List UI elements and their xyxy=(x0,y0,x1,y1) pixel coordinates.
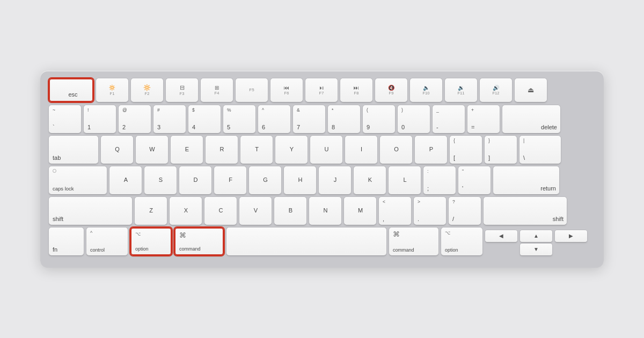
number-row: ~ ` ! 1 @ 2 # 3 $ 4 % 5 ^ 6 & 7 xyxy=(49,105,595,133)
key-f2[interactable]: 🔆 F2 xyxy=(131,78,163,102)
zxcv-row: shift Z X C V B N M < , > . xyxy=(49,197,595,225)
key-0[interactable]: ) 0 xyxy=(398,105,430,133)
key-v[interactable]: V xyxy=(239,197,272,225)
key-f5[interactable]: F5 xyxy=(236,78,268,102)
key-backslash[interactable]: | \ xyxy=(519,136,561,164)
key-f1[interactable]: 🔅 F1 xyxy=(96,78,128,102)
key-command-right[interactable]: ⌘ command xyxy=(389,227,438,255)
key-command-left[interactable]: ⌘ command xyxy=(174,227,224,255)
key-space[interactable] xyxy=(226,227,386,255)
key-esc[interactable]: esc xyxy=(49,78,93,102)
key-rbracket[interactable]: } ] xyxy=(485,136,517,164)
key-semicolon[interactable]: : ; xyxy=(423,166,456,194)
key-f3[interactable]: ⊟ F3 xyxy=(166,78,198,102)
keyboard: esc 🔅 F1 🔆 F2 ⊟ F3 ⊞ F4 xyxy=(40,71,604,268)
key-j[interactable]: J xyxy=(319,166,351,194)
key-o[interactable]: O xyxy=(380,136,412,164)
key-tab[interactable]: tab xyxy=(49,136,98,164)
key-6[interactable]: ^ 6 xyxy=(258,105,290,133)
key-m[interactable]: M xyxy=(344,197,376,225)
key-c[interactable]: C xyxy=(204,197,237,225)
key-8[interactable]: * 8 xyxy=(328,105,360,133)
key-control-left[interactable]: ^ control xyxy=(86,227,128,255)
key-d[interactable]: D xyxy=(179,166,211,194)
key-q[interactable]: Q xyxy=(101,136,133,164)
bottom-row: fn ^ control ⌥ option ⌘ command ⌘ comman… xyxy=(49,227,595,255)
key-u[interactable]: U xyxy=(310,136,342,164)
key-l[interactable]: L xyxy=(389,166,421,194)
key-z[interactable]: Z xyxy=(135,197,167,225)
key-p[interactable]: P xyxy=(415,136,447,164)
key-3[interactable]: # 3 xyxy=(153,105,186,133)
key-arrow-left[interactable]: ◀ xyxy=(485,230,517,242)
key-f4[interactable]: ⊞ F4 xyxy=(201,78,233,102)
key-minus[interactable]: _ - xyxy=(433,105,465,133)
key-arrow-up[interactable]: ▲ xyxy=(520,230,552,242)
key-f8[interactable]: ⏭ F8 xyxy=(340,78,372,102)
key-1[interactable]: ! 1 xyxy=(84,105,116,133)
key-y[interactable]: Y xyxy=(275,136,308,164)
key-f9[interactable]: 🔇 F9 xyxy=(375,78,407,102)
key-return[interactable]: return xyxy=(493,166,559,194)
key-delete[interactable]: delete xyxy=(502,105,560,133)
key-backtick[interactable]: ~ ` xyxy=(49,105,81,133)
key-i[interactable]: I xyxy=(345,136,377,164)
key-f12[interactable]: 🔊 F12 xyxy=(480,78,512,102)
key-arrow-right[interactable]: ▶ xyxy=(555,230,587,242)
key-period[interactable]: > . xyxy=(414,197,446,225)
key-eject[interactable]: ⏏ xyxy=(515,78,547,102)
key-comma[interactable]: < , xyxy=(379,197,411,225)
key-lbracket[interactable]: { [ xyxy=(450,136,482,164)
key-9[interactable]: ( 9 xyxy=(363,105,395,133)
key-5[interactable]: % 5 xyxy=(223,105,255,133)
key-e[interactable]: E xyxy=(171,136,203,164)
key-f6[interactable]: ⏮ F6 xyxy=(270,78,303,102)
key-quote[interactable]: " ' xyxy=(458,166,491,194)
asdf-row: caps lock A S D F G H J K L : ; xyxy=(49,166,595,194)
key-n[interactable]: N xyxy=(309,197,341,225)
fn-row: esc 🔅 F1 🔆 F2 ⊟ F3 ⊞ F4 xyxy=(49,78,595,102)
key-2[interactable]: @ 2 xyxy=(119,105,151,133)
arrow-cluster: ◀ ▲ ▼ ▶ xyxy=(485,230,587,255)
key-x[interactable]: X xyxy=(170,197,202,225)
key-b[interactable]: B xyxy=(274,197,306,225)
key-shift-right[interactable]: shift xyxy=(484,197,567,225)
key-a[interactable]: A xyxy=(109,166,142,194)
key-h[interactable]: H xyxy=(284,166,316,194)
key-capslock[interactable]: caps lock xyxy=(49,166,107,194)
key-fn[interactable]: fn xyxy=(49,227,84,255)
key-7[interactable]: & 7 xyxy=(293,105,325,133)
key-r[interactable]: R xyxy=(206,136,238,164)
key-w[interactable]: W xyxy=(136,136,168,164)
key-4[interactable]: $ 4 xyxy=(188,105,221,133)
key-f[interactable]: F xyxy=(214,166,246,194)
key-option-left[interactable]: ⌥ option xyxy=(130,227,172,255)
key-t[interactable]: T xyxy=(240,136,273,164)
key-s[interactable]: S xyxy=(144,166,177,194)
key-f10[interactable]: 🔈 F10 xyxy=(410,78,442,102)
key-shift-left[interactable]: shift xyxy=(49,197,132,225)
key-f11[interactable]: 🔉 F11 xyxy=(445,78,477,102)
key-option-right[interactable]: ⌥ option xyxy=(441,227,482,255)
key-equals[interactable]: + = xyxy=(467,105,500,133)
key-arrow-down[interactable]: ▼ xyxy=(520,244,552,255)
key-g[interactable]: G xyxy=(249,166,281,194)
key-k[interactable]: K xyxy=(354,166,386,194)
key-f7[interactable]: ⏯ F7 xyxy=(305,78,338,102)
qwerty-row: tab Q W E R T Y U I O P xyxy=(49,136,595,164)
key-slash[interactable]: ? / xyxy=(449,197,481,225)
